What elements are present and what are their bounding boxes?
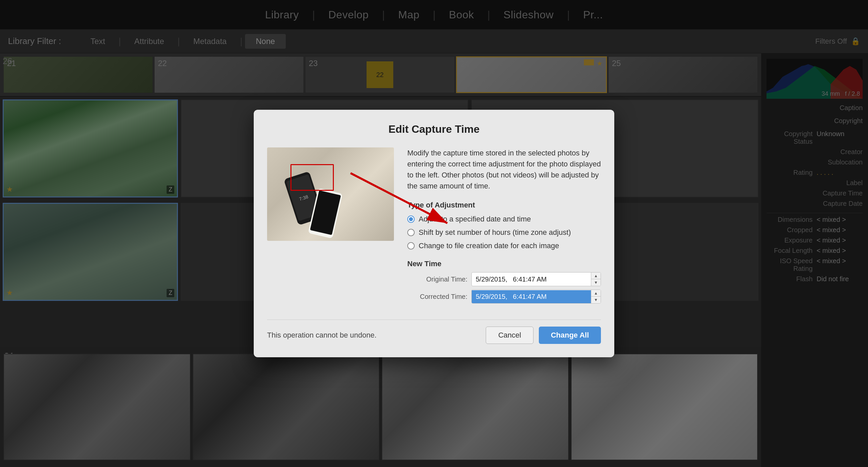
type-of-adjustment-label: Type of Adjustment bbox=[407, 201, 601, 209]
modal-description: Modify the capture time stored in the se… bbox=[407, 147, 601, 192]
cancel-button[interactable]: Cancel bbox=[486, 327, 533, 344]
new-time-label: New Time bbox=[407, 260, 601, 268]
radio-specified[interactable] bbox=[407, 215, 415, 223]
radio-shift[interactable] bbox=[407, 229, 415, 236]
corrected-time-stepper: ▲ ▼ bbox=[591, 290, 600, 303]
edit-capture-time-dialog: Edit Capture Time 7:38 bbox=[254, 110, 614, 357]
change-all-button[interactable]: Change All bbox=[539, 327, 601, 344]
modal-body: 7:38 bbox=[267, 147, 601, 313]
radio-row-file-creation[interactable]: Change to file creation date for each im… bbox=[407, 241, 601, 250]
modal-title: Edit Capture Time bbox=[267, 123, 601, 135]
corrected-time-down[interactable]: ▼ bbox=[591, 297, 600, 303]
corrected-time-input-container: ▲ ▼ bbox=[471, 290, 601, 304]
radio-file-creation[interactable] bbox=[407, 242, 415, 249]
original-time-row: Original Time: ▲ ▼ bbox=[407, 272, 601, 286]
corrected-time-up[interactable]: ▲ bbox=[591, 290, 600, 297]
modal-image-area: 7:38 bbox=[267, 147, 394, 313]
radio-row-specified[interactable]: Adjust to a specified date and time bbox=[407, 215, 601, 224]
modal-overlay: Edit Capture Time 7:38 bbox=[0, 0, 868, 467]
radio-row-shift[interactable]: Shift by set number of hours (time zone … bbox=[407, 228, 601, 237]
original-time-input[interactable] bbox=[472, 273, 591, 286]
red-bounding-box bbox=[290, 164, 334, 191]
corrected-time-label: Corrected Time: bbox=[407, 293, 467, 301]
radio-label-file-creation: Change to file creation date for each im… bbox=[418, 241, 559, 250]
modal-bottom: This operation cannot be undone. Cancel … bbox=[267, 320, 601, 344]
original-time-input-container: ▲ ▼ bbox=[471, 272, 601, 286]
radio-label-shift: Shift by set number of hours (time zone … bbox=[418, 228, 571, 237]
modal-buttons: Cancel Change All bbox=[486, 327, 601, 344]
radio-label-specified: Adjust to a specified date and time bbox=[418, 215, 531, 224]
corrected-time-input[interactable] bbox=[472, 290, 591, 303]
modal-right-panel: Modify the capture time stored in the se… bbox=[407, 147, 601, 313]
original-time-stepper: ▲ ▼ bbox=[591, 272, 600, 286]
time-fields: Original Time: ▲ ▼ Corrected Time: bbox=[407, 272, 601, 304]
undone-warning: This operation cannot be undone. bbox=[267, 331, 377, 340]
original-time-up[interactable]: ▲ bbox=[591, 272, 600, 279]
original-time-down[interactable]: ▼ bbox=[591, 279, 600, 286]
corrected-time-row: Corrected Time: ▲ ▼ bbox=[407, 290, 601, 304]
adjustment-type-radio-group: Adjust to a specified date and time Shif… bbox=[407, 215, 601, 250]
original-time-label: Original Time: bbox=[407, 275, 467, 283]
modal-photo: 7:38 bbox=[267, 147, 394, 241]
